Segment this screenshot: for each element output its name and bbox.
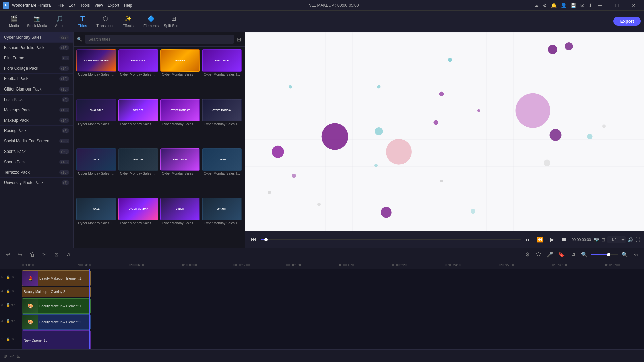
- minimize-button[interactable]: ─: [592, 0, 608, 11]
- track-eye-icon-3[interactable]: 👁: [11, 319, 15, 323]
- thumbnail-item-4[interactable]: FINAL SALE Cyber Monday Sales T...: [76, 99, 116, 146]
- menu-export[interactable]: Export: [108, 3, 119, 8]
- split-screen-tool[interactable]: ⊞ Split Screen: [163, 12, 184, 31]
- grid-view-icon[interactable]: ⊞: [237, 36, 241, 43]
- category-item-14[interactable]: University Photo Pack(7): [0, 178, 73, 188]
- track-lock-icon-2[interactable]: 🔒: [6, 303, 10, 307]
- category-item-6[interactable]: Lush Pack(9): [0, 95, 73, 105]
- close-button[interactable]: ✕: [626, 0, 641, 11]
- thumbnail-item-12[interactable]: SALE Cyber Monday Sales T...: [76, 198, 116, 245]
- track-eye-icon-0[interactable]: 👁: [11, 275, 15, 279]
- adjust-button[interactable]: ⧖: [52, 250, 61, 259]
- thumbnail-item-5[interactable]: 90% OFF Cyber Monday Sales T...: [118, 99, 158, 146]
- category-item-13[interactable]: Terrazzo Pack(16): [0, 167, 73, 178]
- thumbnail-item-7[interactable]: CYBER MONDAY Cyber Monday Sales T...: [202, 99, 242, 146]
- zoom-slider[interactable]: [591, 254, 618, 255]
- elements-tool[interactable]: 🔷 Elements: [140, 12, 162, 31]
- thumbnail-item-3[interactable]: FINAL SALE Cyber Monday Sales T...: [202, 49, 242, 97]
- category-item-5[interactable]: Glitter Glamour Pack(13): [0, 84, 73, 95]
- clip-3[interactable]: 🎨Beauty Makeup – Element 2: [22, 314, 91, 330]
- tl-shield-icon[interactable]: 🛡: [534, 250, 543, 259]
- transitions-tool[interactable]: ⬡ Transitions: [95, 12, 116, 31]
- menu-file[interactable]: File: [57, 3, 64, 8]
- track-lock-icon-4[interactable]: 🔒: [6, 337, 10, 341]
- track-lock-icon-3[interactable]: 🔒: [6, 319, 10, 323]
- thumbnail-item-15[interactable]: 70% OFF Cyber Monday Sales T...: [202, 198, 242, 245]
- tl-mic-icon[interactable]: 🎤: [545, 250, 555, 259]
- media-tool[interactable]: 🎬 Media: [3, 12, 25, 31]
- thumbnail-item-11[interactable]: CYBER Cyber Monday Sales T...: [202, 148, 242, 196]
- notification-icon[interactable]: 🔔: [551, 3, 557, 8]
- fullscreen-icon[interactable]: ⛶: [635, 237, 640, 242]
- mail-icon[interactable]: ✉: [580, 3, 584, 8]
- category-item-4[interactable]: Football Pack(19): [0, 74, 73, 84]
- pip-icon[interactable]: ⊡: [601, 237, 605, 242]
- category-item-3[interactable]: Flora Collage Pack(14): [0, 63, 73, 74]
- thumbnail-item-9[interactable]: 50% OFF Cyber Monday Sales T...: [118, 148, 158, 196]
- prev-frame-button[interactable]: ⏮: [249, 235, 258, 244]
- thumbnail-item-8[interactable]: SALE Cyber Monday Sales T...: [76, 148, 116, 196]
- category-item-11[interactable]: Sports Pack(20): [0, 146, 73, 157]
- tl-settings-icon[interactable]: ⚙: [523, 250, 532, 259]
- tl-bookmark-icon[interactable]: 🔖: [557, 250, 566, 259]
- clip-2[interactable]: 🎨Beauty Makeup – Element 1: [22, 298, 91, 314]
- thumbnail-item-1[interactable]: FINAL SALE Cyber Monday Sales T...: [118, 49, 158, 97]
- snapshot-icon[interactable]: 📷: [594, 237, 599, 242]
- category-item-0[interactable]: Cyber Monday Sales(22): [0, 32, 73, 43]
- menu-help[interactable]: Help: [124, 3, 132, 8]
- export-button[interactable]: Export: [613, 17, 641, 26]
- tl-minus-icon[interactable]: 🔍: [580, 250, 589, 259]
- timeline-ruler[interactable]: 00:00:0000:00:03:0000:00:06:0000:00:09:0…: [22, 261, 644, 269]
- track-lock-icon-1[interactable]: 🔒: [6, 289, 10, 293]
- thumbnail-item-13[interactable]: CYBER MONDAY Cyber Monday Sales T...: [118, 198, 158, 245]
- rewind-button[interactable]: ⏪: [535, 235, 545, 244]
- titles-tool[interactable]: T Titles: [72, 12, 93, 31]
- category-item-1[interactable]: Fashion Portfolio Pack(15): [0, 43, 73, 53]
- thumbnail-item-14[interactable]: CYBER Cyber Monday Sales T...: [160, 198, 200, 245]
- play-button[interactable]: ▶: [547, 235, 557, 244]
- stop-button[interactable]: ⏹: [559, 235, 569, 244]
- thumbnail-item-6[interactable]: CYBER MONDAY Cyber Monday Sales T...: [160, 99, 200, 146]
- thumbnail-item-0[interactable]: CYBER MONDAY 70% Cyber Monday Sales T...: [76, 49, 116, 97]
- tl-plus-icon[interactable]: 🔍: [620, 250, 629, 259]
- track-eye-icon-1[interactable]: 👁: [11, 289, 15, 293]
- category-item-8[interactable]: Makeup Pack(14): [0, 115, 73, 126]
- thumbnail-item-10[interactable]: FINAL SALE Cyber Monday Sales T...: [160, 148, 200, 196]
- category-item-9[interactable]: Racing Pack(8): [0, 126, 73, 136]
- bt-icon-2[interactable]: ↩: [10, 353, 14, 359]
- track-eye-icon-4[interactable]: 👁: [11, 337, 15, 341]
- category-item-2[interactable]: Film Frame(6): [0, 53, 73, 63]
- ratio-select[interactable]: 1/2 1/1 Full: [607, 236, 626, 243]
- track-lock-icon-0[interactable]: 🔒: [6, 275, 10, 279]
- undo-button[interactable]: ↩: [3, 250, 13, 259]
- menu-view[interactable]: View: [94, 3, 103, 8]
- cloud-icon[interactable]: ☁: [534, 3, 539, 8]
- tl-expand-icon[interactable]: ⇔: [631, 250, 641, 259]
- clip-1[interactable]: Beauty Makeup – Overlay 2: [22, 287, 91, 297]
- bt-icon-1[interactable]: ⊕: [3, 353, 7, 359]
- playback-slider[interactable]: [261, 239, 521, 240]
- bt-icon-3[interactable]: ⊡: [17, 353, 21, 359]
- volume-icon[interactable]: 🔊: [628, 237, 633, 242]
- next-frame-button[interactable]: ⏭: [523, 235, 533, 244]
- clip-4[interactable]: New Opener 15: [22, 330, 91, 349]
- effects-tool[interactable]: ✨ Effects: [117, 12, 139, 31]
- tl-monitor-icon[interactable]: 🖥: [568, 250, 578, 259]
- stock-media-tool[interactable]: 📷 Stock Media: [26, 12, 48, 31]
- cut-button[interactable]: ✂: [40, 250, 49, 259]
- user-icon[interactable]: 👤: [561, 3, 567, 8]
- menu-tools[interactable]: Tools: [80, 3, 90, 8]
- delete-button[interactable]: 🗑: [28, 250, 37, 259]
- audio-adjust-button[interactable]: ♫: [64, 250, 73, 259]
- clip-0[interactable]: 💄Beauty Makeup – Element 1: [22, 270, 91, 286]
- settings-icon[interactable]: ⚙: [543, 3, 547, 8]
- search-input[interactable]: [85, 35, 234, 44]
- save-icon[interactable]: 💾: [571, 3, 576, 8]
- maximize-button[interactable]: □: [609, 0, 625, 11]
- download-icon[interactable]: ⬇: [588, 3, 592, 8]
- menu-edit[interactable]: Edit: [69, 3, 76, 8]
- category-item-7[interactable]: Makeups Pack(16): [0, 105, 73, 115]
- category-item-12[interactable]: Sports Pack(18): [0, 157, 73, 167]
- track-eye-icon-2[interactable]: 👁: [11, 303, 15, 307]
- redo-button[interactable]: ↪: [15, 250, 25, 259]
